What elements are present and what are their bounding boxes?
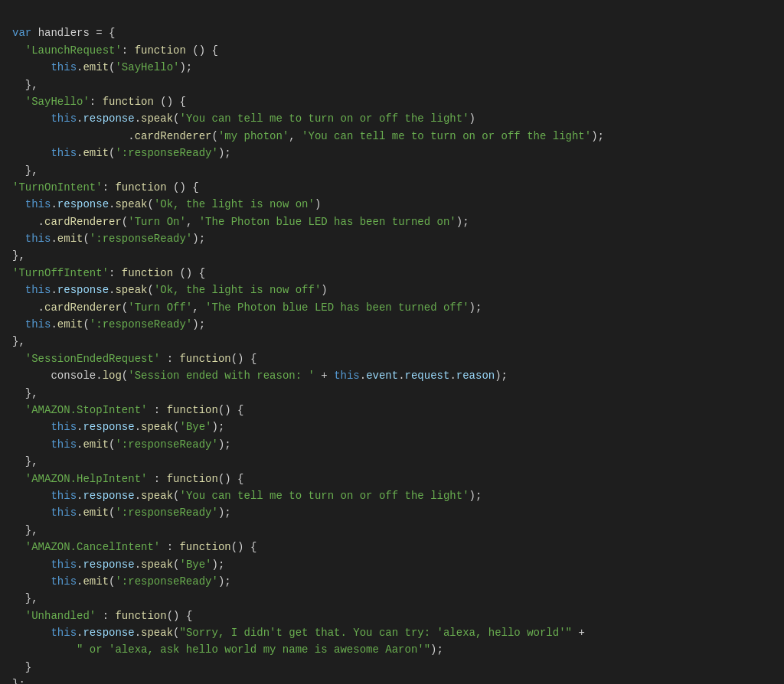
- code-editor: var handlers = { 'LaunchRequest': functi…: [12, 8, 772, 684]
